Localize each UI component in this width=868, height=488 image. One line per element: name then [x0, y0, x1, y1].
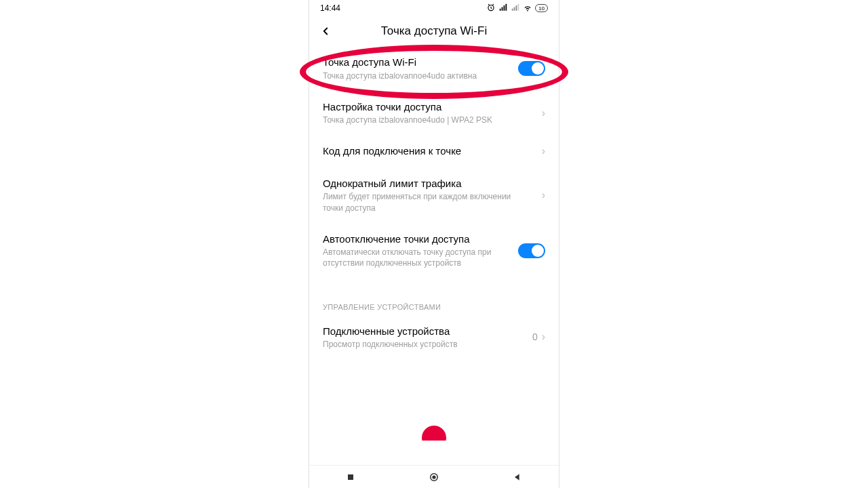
row-title: Автоотключение точки доступа	[323, 232, 511, 246]
page-title: Точка доступа Wi-Fi	[309, 24, 559, 38]
row-subtitle: Точка доступа izbalovannoe4udo | WPA2 PS…	[323, 115, 531, 125]
signal-icon	[498, 3, 508, 14]
alarm-icon	[486, 3, 496, 14]
svg-point-3	[432, 475, 435, 479]
chevron-right-icon: ›	[542, 107, 545, 119]
section-header-devices: УПРАВЛЕНИЕ УСТРОЙСТВАМИ	[309, 299, 559, 315]
row-subtitle: Точка доступа izbalovannoe4udo активна	[323, 70, 511, 81]
row-hotspot-toggle[interactable]: Точка доступа Wi-Fi Точка доступа izbalo…	[309, 46, 559, 91]
nav-back-button[interactable]	[511, 470, 524, 484]
battery-icon: 10	[535, 4, 548, 12]
nav-home-button[interactable]	[427, 470, 441, 484]
connected-count: 0	[532, 331, 538, 342]
row-subtitle: Просмотр подключенных устройств	[323, 339, 526, 350]
row-hotspot-setup[interactable]: Настройка точки доступа Точка доступа iz…	[309, 91, 559, 136]
row-title: Код для подключения к точке	[323, 144, 531, 158]
svg-rect-1	[348, 474, 353, 480]
nav-bar	[309, 465, 559, 488]
status-bar: 14:44 10	[309, 0, 559, 16]
row-auto-off[interactable]: Автоотключение точки доступа Автоматичес…	[309, 223, 559, 279]
signal-icon-2	[511, 3, 520, 14]
auto-off-toggle[interactable]	[518, 243, 545, 258]
row-subtitle: Автоматически отключать точку доступа пр…	[323, 247, 511, 268]
row-title: Точка доступа Wi-Fi	[323, 56, 511, 69]
settings-list: Точка доступа Wi-Fi Точка доступа izbalo…	[309, 46, 559, 465]
row-connection-code[interactable]: Код для подключения к точке ›	[309, 135, 559, 167]
row-connected-devices[interactable]: Подключенные устройства Просмотр подключ…	[309, 315, 559, 360]
chevron-right-icon: ›	[542, 331, 545, 343]
annotation-dot	[422, 426, 446, 441]
row-title: Подключенные устройства	[323, 325, 526, 338]
clock: 14:44	[320, 3, 340, 13]
wifi-icon	[523, 3, 532, 14]
header-bar: Точка доступа Wi-Fi	[309, 16, 559, 46]
nav-recent-button[interactable]	[344, 470, 357, 484]
row-subtitle: Лимит будет применяться при каждом включ…	[323, 191, 531, 213]
row-title: Настройка точки доступа	[323, 100, 531, 114]
row-traffic-limit[interactable]: Однократный лимит трафика Лимит будет пр…	[309, 167, 559, 223]
back-button[interactable]	[315, 20, 336, 42]
row-title: Однократный лимит трафика	[323, 177, 531, 190]
chevron-right-icon: ›	[542, 145, 545, 157]
phone-frame: 14:44 10 Точка доступа Wi-Fi Точка д	[309, 0, 559, 488]
chevron-right-icon: ›	[542, 189, 545, 201]
hotspot-toggle[interactable]	[518, 61, 545, 76]
